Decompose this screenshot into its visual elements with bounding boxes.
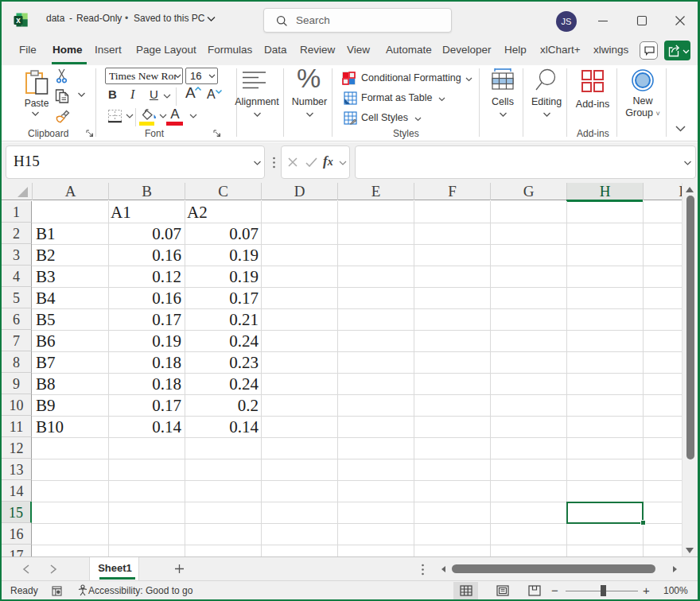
- svg-text:x: x: [16, 16, 21, 25]
